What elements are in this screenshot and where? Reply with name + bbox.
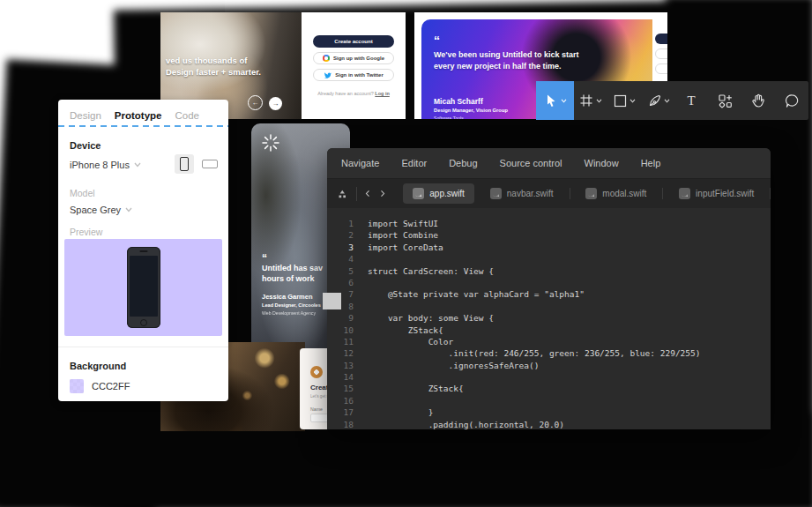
chevron-down-icon <box>664 99 670 103</box>
carousel-next-button[interactable]: → <box>269 97 282 110</box>
hand-icon <box>750 93 766 108</box>
left-arrow-icon: ← <box>252 99 259 107</box>
quote-line1: We've been using Untitled to kick start <box>434 49 579 61</box>
portrait-icon <box>180 157 189 171</box>
text-tool-button[interactable]: T <box>674 81 708 120</box>
swift-file-icon <box>413 188 424 199</box>
menu-help[interactable]: Help <box>641 158 661 168</box>
code-line: 10 ZStack{ <box>327 324 771 336</box>
model-dropdown[interactable]: Space Grey <box>70 205 132 215</box>
code-editor-window: Navigate Editor Debug Source control Win… <box>327 148 771 429</box>
code-line: 9 var body: some View { <box>327 312 771 324</box>
background-hex-value[interactable]: CCC2FF <box>92 381 130 391</box>
tab-prototype[interactable]: Prototype <box>115 110 162 121</box>
signup-panel: Create account Sign up with Google Sign … <box>302 12 406 119</box>
code-line: 11 Color <box>327 336 771 347</box>
twitter-signin-button[interactable]: Sign in with Twitter <box>313 69 394 81</box>
code-line: 3import CoreData <box>327 242 771 253</box>
dashed-divider <box>58 125 228 127</box>
pen-icon <box>646 93 661 108</box>
swift-file-icon <box>585 188 597 199</box>
chevron-down-icon <box>125 207 132 212</box>
chevron-down-icon <box>629 99 636 103</box>
model-section-label: Model <box>70 188 95 198</box>
frame-icon <box>579 93 593 108</box>
menu-window[interactable]: Window <box>585 158 619 168</box>
signup-headline-line1: ved us thousands of <box>166 55 261 66</box>
tab-modal-swift[interactable]: modal.swift <box>576 183 656 204</box>
text-tool-icon: T <box>687 93 695 108</box>
login-link[interactable]: Log in <box>375 91 390 96</box>
quote-mark: “ <box>434 34 440 48</box>
quote-author-role: Design Manager, Vision Group <box>434 108 508 113</box>
tab-code[interactable]: Code <box>175 110 199 121</box>
code-line: 8 <box>327 301 771 312</box>
menu-editor[interactable]: Editor <box>401 158 427 168</box>
scroll-marker[interactable] <box>323 293 341 309</box>
back-icon[interactable] <box>365 189 370 198</box>
pen-tool-button[interactable] <box>641 81 674 120</box>
tab-app-swift[interactable]: app.swift <box>403 183 473 204</box>
code-line: 17 } <box>327 406 771 418</box>
cursor-icon <box>544 93 558 108</box>
code-line: 4 <box>327 253 771 265</box>
hierarchy-icon[interactable] <box>338 188 347 200</box>
quote-author: Micah Scharff <box>434 97 483 106</box>
code-line: 5struct CardScreen: View { <box>327 265 771 277</box>
menu-source-control[interactable]: Source control <box>500 158 562 168</box>
code-line: 18 .padding(.horizontal, 20.0) <box>327 419 771 429</box>
google-signup-button[interactable]: Sign up with Google <box>313 52 394 64</box>
code-line: 2import Combine <box>327 229 771 241</box>
code-line: 1import SwiftUI <box>327 218 771 229</box>
code-area: 1import SwiftUI 2import Combine 3import … <box>327 208 771 429</box>
chevron-down-icon <box>596 99 602 103</box>
device-dropdown[interactable]: iPhone 8 Plus <box>70 160 141 170</box>
background-color-swatch[interactable] <box>70 379 84 393</box>
orientation-portrait-button[interactable] <box>175 154 194 174</box>
chevron-down-icon <box>134 162 141 168</box>
tab-inputfield-swift[interactable]: inputField.swift <box>669 183 764 204</box>
carousel-prev-button[interactable]: ← <box>248 95 263 110</box>
background-section-label: Background <box>70 361 126 371</box>
chevron-down-icon <box>561 99 567 103</box>
swift-file-icon <box>679 188 690 199</box>
preview-section-label: Preview <box>70 227 102 237</box>
device-preview <box>64 239 222 336</box>
section-divider <box>58 347 228 347</box>
panel-tabs: Design Prototype Code <box>70 110 199 121</box>
spark-icon <box>262 134 279 152</box>
name-field-label: Name <box>310 406 323 412</box>
hand-tool-button[interactable] <box>741 81 775 120</box>
code-line: 15 ZStack{ <box>327 383 771 394</box>
comment-icon <box>785 93 800 108</box>
device-section-label: Device <box>70 140 101 151</box>
iphone-preview-image <box>127 247 160 328</box>
prototype-panel: Design Prototype Code Device iPhone 8 Pl… <box>58 100 228 401</box>
logo-icon <box>310 366 323 378</box>
frame-tool-button[interactable] <box>574 81 607 120</box>
code-line: 16 <box>327 395 771 406</box>
comment-tool-button[interactable] <box>775 81 808 120</box>
testimonial-line1: Untitled has sav <box>262 263 323 273</box>
signup-headline-line2: Design faster + smarter. <box>166 66 261 78</box>
shape-tool-button[interactable] <box>607 81 641 120</box>
right-arrow-icon: → <box>272 100 279 108</box>
code-line: 12 .init(red: 246/255, green: 236/255, b… <box>327 347 771 359</box>
testimonial-line2: hours of work <box>262 273 315 284</box>
menu-navigate[interactable]: Navigate <box>341 158 379 168</box>
orientation-landscape-button[interactable] <box>202 160 218 168</box>
move-tool-button[interactable] <box>536 81 574 120</box>
widgets-icon <box>718 93 733 108</box>
create-account-button[interactable]: Create account <box>313 35 394 48</box>
menu-debug[interactable]: Debug <box>449 158 477 168</box>
tab-navbar-swift[interactable]: navbar.swift <box>480 183 563 204</box>
editor-tabstrip: app.swift navbar.swift modal.swift input… <box>327 178 771 208</box>
testimonial-author-agency: Web Development Agency <box>262 310 316 316</box>
code-line: 7 @State private var alphaCard = "alpha1… <box>327 288 771 300</box>
google-icon <box>323 55 330 62</box>
forward-icon[interactable] <box>380 189 385 198</box>
tab-design[interactable]: Design <box>70 110 101 121</box>
quote-author-company: Software Tools <box>434 116 464 119</box>
code-line: 13 .ignoresSafeArea() <box>327 360 771 371</box>
widgets-tool-button[interactable] <box>708 81 741 120</box>
